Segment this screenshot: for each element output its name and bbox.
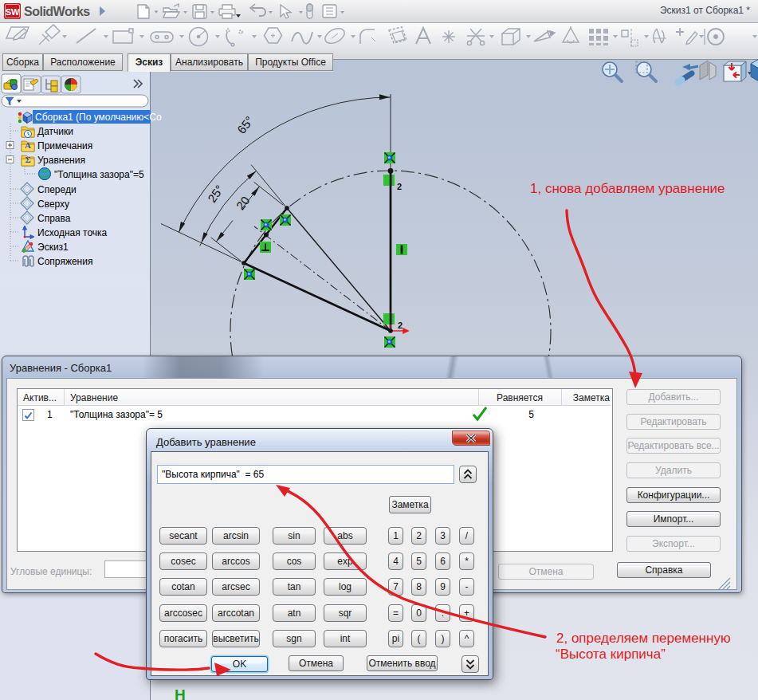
svg-text:65°: 65° bbox=[234, 113, 256, 136]
svg-text:25°: 25° bbox=[205, 183, 226, 205]
svg-text:Σ: Σ bbox=[25, 155, 30, 164]
svg-text:2: 2 bbox=[398, 321, 403, 330]
svg-text:2: 2 bbox=[397, 182, 402, 191]
svg-text:A: A bbox=[25, 140, 31, 150]
svg-text:20: 20 bbox=[234, 194, 253, 213]
